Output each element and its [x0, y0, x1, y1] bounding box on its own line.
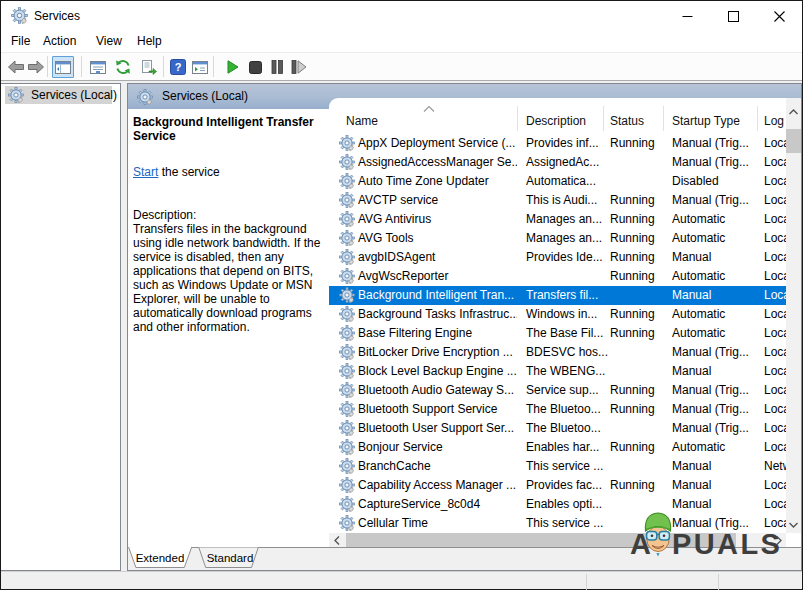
- cell-startup-type: Manual (Trig...: [672, 400, 760, 419]
- service-row[interactable]: Capability Access Manager ... Provides f…: [329, 476, 786, 495]
- cell-startup-type: Manual (Trig...: [672, 514, 760, 533]
- pause-service-icon: [270, 60, 284, 74]
- service-gear-icon: [339, 439, 355, 455]
- service-row[interactable]: Bluetooth User Support Ser... The Blueto…: [329, 419, 786, 438]
- service-action-line: Start the service: [133, 165, 220, 179]
- tree-item-label: Services (Local): [31, 86, 117, 104]
- cell-startup-type: Manual (Trig...: [672, 343, 760, 362]
- service-row[interactable]: BranchCache This service ... Manual Netw: [329, 457, 786, 476]
- horizontal-scroll-thumb[interactable]: [346, 533, 736, 548]
- cell-description: Provides fac...: [526, 476, 608, 495]
- column-separator[interactable]: [603, 106, 604, 131]
- service-row[interactable]: AVCTP service This is Audi... Running Ma…: [329, 191, 786, 210]
- horizontal-scrollbar[interactable]: [329, 533, 786, 548]
- help-button[interactable]: ?: [168, 57, 188, 77]
- menu-help[interactable]: Help: [137, 31, 162, 52]
- cell-startup-type: Automatic: [672, 305, 760, 324]
- menu-action[interactable]: Action: [43, 31, 76, 52]
- description-label: Description:: [133, 208, 196, 222]
- cell-status: [610, 514, 670, 533]
- service-gear-icon: [339, 249, 355, 265]
- column-header-status[interactable]: Status: [610, 112, 658, 131]
- tab-standard[interactable]: Standard: [205, 549, 255, 567]
- pause-service-button[interactable]: [267, 57, 287, 77]
- service-row[interactable]: BitLocker Drive Encryption ... BDESVC ho…: [329, 343, 786, 362]
- toolbar-separator: [47, 56, 48, 77]
- service-row[interactable]: AVG Tools Manages an... Running Automati…: [329, 229, 786, 248]
- service-row[interactable]: Base Filtering Engine The Base Fil... Ru…: [329, 324, 786, 343]
- export-list-button[interactable]: [139, 57, 159, 77]
- forward-button[interactable]: [26, 57, 46, 77]
- back-button[interactable]: [6, 57, 26, 77]
- scroll-up-icon[interactable]: [786, 103, 801, 120]
- menu-view[interactable]: View: [96, 31, 122, 52]
- scroll-left-icon[interactable]: [329, 533, 344, 548]
- service-row[interactable]: AssignedAccessManager Se... AssignedAc..…: [329, 153, 786, 172]
- minimize-button[interactable]: [664, 1, 710, 31]
- selected-service-title: Background Intelligent Transfer Service: [133, 115, 325, 143]
- show-action-pane-button[interactable]: [190, 57, 210, 77]
- service-gear-icon: [339, 420, 355, 436]
- maximize-button[interactable]: [710, 1, 756, 31]
- cell-status: Running: [610, 305, 670, 324]
- cell-name: AVG Tools: [358, 229, 517, 248]
- start-service-link[interactable]: Start: [133, 165, 158, 179]
- cell-description: AssignedAc...: [526, 153, 608, 172]
- vertical-scrollbar[interactable]: [786, 98, 801, 533]
- service-row[interactable]: CaptureService_8c0d4 Enables opti... Man…: [329, 495, 786, 514]
- scroll-right-icon[interactable]: [771, 533, 786, 548]
- close-button[interactable]: [756, 1, 802, 31]
- menu-file[interactable]: File: [11, 31, 30, 52]
- service-gear-icon: [339, 230, 355, 246]
- properties-button[interactable]: [88, 57, 108, 77]
- services-gear-icon: [137, 89, 153, 105]
- service-gear-icon: [339, 363, 355, 379]
- column-header-log-on-as[interactable]: Log: [764, 112, 786, 131]
- cell-log-on-as: Loca: [764, 172, 786, 191]
- cell-status: Running: [610, 381, 670, 400]
- show-console-tree-button[interactable]: [52, 56, 74, 78]
- column-header-description[interactable]: Description: [526, 112, 598, 131]
- stop-service-button[interactable]: [245, 57, 265, 77]
- cell-name: AVG Antivirus: [358, 210, 517, 229]
- cell-log-on-as: Loca: [764, 419, 786, 438]
- cell-log-on-as: Loca: [764, 438, 786, 457]
- tab-extended[interactable]: Extended: [135, 549, 185, 567]
- column-header-startup-type[interactable]: Startup Type: [672, 112, 752, 131]
- service-row[interactable]: Bluetooth Audio Gateway S... Service sup…: [329, 381, 786, 400]
- help-icon: ?: [170, 59, 186, 75]
- column-header-name[interactable]: Name: [346, 112, 511, 131]
- service-row[interactable]: Background Tasks Infrastruc... Windows i…: [329, 305, 786, 324]
- service-row[interactable]: Bonjour Service Enables har... Running A…: [329, 438, 786, 457]
- service-row[interactable]: Background Intelligent Tran... Transfers…: [329, 286, 786, 305]
- banner-title: Services (Local): [162, 84, 248, 109]
- cell-status: [610, 343, 670, 362]
- service-gear-icon: [339, 344, 355, 360]
- scroll-down-icon[interactable]: [786, 516, 801, 533]
- service-gear-icon: [339, 192, 355, 208]
- service-row[interactable]: Bluetooth Support Service The Bluetoo...…: [329, 400, 786, 419]
- column-separator[interactable]: [757, 106, 758, 131]
- service-row[interactable]: AppX Deployment Service (... Provides in…: [329, 134, 786, 153]
- cell-name: Bluetooth Support Service: [358, 400, 517, 419]
- column-separator[interactable]: [663, 106, 664, 131]
- start-service-button[interactable]: [223, 57, 243, 77]
- service-row[interactable]: avgbIDSAgent Provides Ide... Running Man…: [329, 248, 786, 267]
- vertical-scroll-thumb[interactable]: [786, 129, 801, 153]
- service-row[interactable]: Block Level Backup Engine ... The WBENG.…: [329, 362, 786, 381]
- service-row[interactable]: AVG Antivirus Manages an... Running Auto…: [329, 210, 786, 229]
- cell-log-on-as: Loca: [764, 381, 786, 400]
- cell-log-on-as: Loca: [764, 362, 786, 381]
- cell-status: Running: [610, 267, 670, 286]
- export-list-icon: [141, 60, 157, 75]
- cell-status: Running: [610, 476, 670, 495]
- tree-item-services-local[interactable]: Services (Local): [5, 86, 112, 104]
- cell-startup-type: Manual: [672, 476, 760, 495]
- service-row[interactable]: Cellular Time This service ... Manual (T…: [329, 514, 786, 533]
- column-separator[interactable]: [517, 106, 518, 131]
- refresh-button[interactable]: [113, 57, 133, 77]
- restart-service-button[interactable]: [289, 57, 309, 77]
- service-row[interactable]: Auto Time Zone Updater Automatica... Dis…: [329, 172, 786, 191]
- service-row[interactable]: AvgWscReporter Running Automatic Loca: [329, 267, 786, 286]
- title-bar[interactable]: Services: [1, 1, 802, 31]
